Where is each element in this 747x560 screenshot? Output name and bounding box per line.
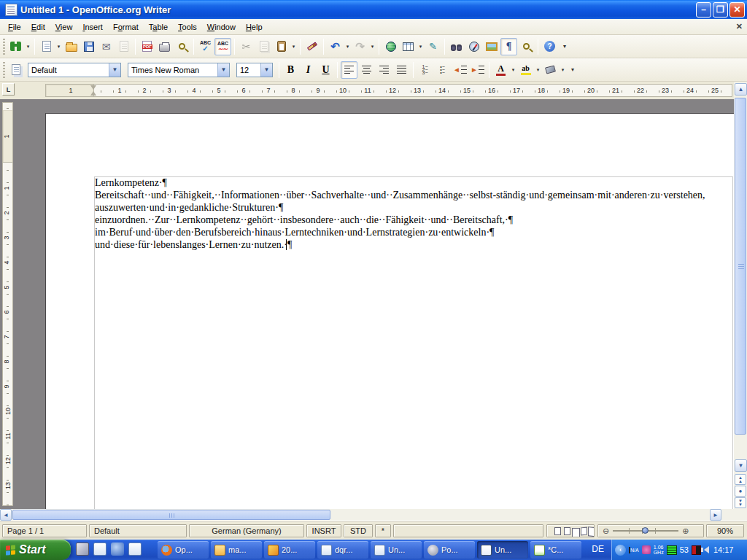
font-name-combo[interactable]: Times New Roman ▼ — [128, 63, 230, 77]
toolbar-grip[interactable] — [3, 39, 5, 55]
decrease-indent-icon[interactable]: ◄ — [452, 61, 468, 79]
close-button[interactable]: ✕ — [729, 2, 745, 18]
zoom-icon[interactable] — [518, 38, 535, 55]
help-icon[interactable]: ? — [541, 38, 558, 55]
bold-icon[interactable]: B — [282, 61, 299, 79]
paragraph-style-combo[interactable]: Default ▼ — [28, 63, 121, 77]
zoom-slider-thumb[interactable] — [642, 527, 649, 534]
status-modified-flag[interactable]: * — [375, 524, 391, 537]
language-indicator[interactable]: DE — [592, 544, 604, 554]
print-icon[interactable] — [156, 38, 173, 55]
cpu-tray-icon[interactable] — [642, 545, 651, 554]
multi-page-view-icon[interactable] — [564, 527, 570, 535]
numbered-list-icon[interactable]: 1−2−3− — [417, 61, 433, 79]
taskbar-task[interactable]: *C... — [530, 541, 581, 559]
zoom-in-icon[interactable]: ⊕ — [682, 526, 689, 536]
open-icon[interactable] — [63, 38, 80, 55]
status-page-number[interactable]: Page 1 / 1 — [2, 524, 87, 537]
toolbar-grip[interactable] — [3, 62, 5, 78]
menu-format[interactable]: Format — [108, 20, 144, 34]
find-dropdown-icon[interactable]: ▾ — [25, 38, 31, 55]
cut-icon[interactable]: ✂ — [238, 38, 255, 55]
copy-icon[interactable] — [255, 38, 272, 55]
taskbar-task[interactable]: dqr... — [317, 541, 368, 559]
find-toolbar-icon[interactable] — [7, 38, 24, 55]
meter-tray-icon[interactable] — [667, 545, 677, 555]
red-tray-icon[interactable] — [692, 545, 701, 555]
find-replace-icon[interactable] — [448, 38, 465, 55]
show-desktop-icon[interactable] — [76, 542, 89, 556]
hyperlink-icon[interactable] — [382, 38, 399, 55]
text-line[interactable]: und·diese·für·lebenslanges·Lernen·zu·nut… — [95, 239, 732, 252]
scroll-up-icon[interactable]: ▲ — [735, 83, 747, 96]
save-icon[interactable] — [80, 38, 97, 55]
menu-tools[interactable]: Tools — [173, 20, 202, 34]
status-selection-mode[interactable]: STD — [344, 524, 373, 537]
scroll-left-icon[interactable]: ◄ — [0, 509, 12, 521]
menu-table[interactable]: Table — [144, 20, 173, 34]
font-size-combo[interactable]: 12 ▼ — [236, 63, 273, 77]
start-button[interactable]: Start — [0, 540, 71, 560]
status-language[interactable]: German (Germany) — [189, 524, 304, 537]
gallery-icon[interactable] — [483, 38, 500, 55]
vertical-scroll-thumb[interactable] — [735, 98, 746, 435]
redo-icon[interactable]: ↷ — [352, 38, 368, 55]
text-line[interactable]: einzuordnen.··Zur··Lernkompetenz··gehört… — [95, 214, 732, 227]
bullet-list-icon[interactable]: •−•−•− — [434, 61, 451, 79]
highlighting-icon[interactable]: ab — [517, 61, 534, 79]
status-insert-mode[interactable]: INSRT — [306, 524, 341, 537]
document-text[interactable]: Lernkompetenz·¶Bereitschaft··und··Fähigk… — [95, 177, 732, 252]
h-ruler[interactable]: 1 12345678910111213141516171819202122232… — [45, 84, 732, 97]
page-preview-icon[interactable] — [174, 38, 190, 55]
redo-dropdown-icon[interactable]: ▾ — [369, 38, 376, 55]
font-dropdown-icon[interactable]: ▼ — [217, 63, 229, 77]
vertical-scrollbar[interactable]: ▲ ▼ ▲▲ ● ▼▼ — [734, 82, 747, 521]
status-view-layout[interactable] — [546, 524, 595, 537]
paste-dropdown-icon[interactable]: ▾ — [290, 38, 297, 55]
status-page-style[interactable]: Default — [89, 524, 187, 537]
horizontal-scrollbar[interactable]: ◄ ► — [0, 509, 734, 521]
font-color-icon[interactable]: A — [492, 61, 509, 79]
menu-insert[interactable]: Insert — [77, 20, 108, 34]
size-dropdown-icon[interactable]: ▼ — [260, 63, 272, 77]
document-close-icon[interactable]: ✕ — [736, 22, 743, 31]
text-line[interactable]: auszuwerten·und·in·gedankliche·Strukture… — [95, 202, 732, 214]
page[interactable]: Lernkompetenz·¶Bereitschaft··und··Fähigk… — [45, 113, 734, 509]
toolbar-overflow-icon[interactable]: ▾ — [560, 43, 569, 50]
undo-dropdown-icon[interactable]: ▾ — [344, 38, 351, 55]
tab-type-selector[interactable]: L — [2, 83, 15, 96]
styles-window-icon[interactable] — [7, 61, 24, 79]
align-center-icon[interactable] — [358, 61, 375, 79]
new-dropdown-icon[interactable]: ▾ — [55, 38, 62, 55]
next-page-icon[interactable]: ▼▼ — [735, 497, 746, 508]
increase-indent-icon[interactable]: ► — [469, 61, 486, 79]
edit-file-icon[interactable] — [115, 38, 132, 55]
zoom-slider-track[interactable] — [613, 530, 678, 532]
scroll-right-icon[interactable]: ► — [710, 509, 721, 521]
undo-icon[interactable]: ↶ — [327, 38, 344, 55]
table-icon[interactable] — [400, 38, 417, 55]
menu-window[interactable]: Window — [202, 20, 241, 34]
book-view-icon[interactable] — [581, 526, 587, 535]
taskbar-task[interactable]: Op... — [158, 541, 209, 559]
previous-page-icon[interactable]: ▲▲ — [735, 474, 746, 485]
zoom-slider[interactable]: ⊖ ⊕ — [597, 524, 704, 537]
menu-help[interactable]: Help — [241, 20, 268, 34]
document-area[interactable]: Lernkompetenz·¶Bereitschaft··und··Fähigk… — [0, 99, 734, 509]
taskbar-task[interactable]: Po... — [424, 541, 475, 559]
volume-icon[interactable] — [704, 546, 709, 553]
background-color-dropdown-icon[interactable]: ▾ — [560, 61, 566, 79]
export-pdf-icon[interactable] — [139, 38, 155, 55]
navigator-icon[interactable] — [465, 38, 482, 55]
menu-file[interactable]: File — [3, 20, 26, 34]
table-dropdown-icon[interactable]: ▾ — [417, 38, 424, 55]
minimize-button[interactable]: – — [696, 2, 711, 18]
autospellcheck-icon[interactable]: ABC∼∼ — [214, 38, 231, 55]
style-dropdown-icon[interactable]: ▼ — [109, 63, 120, 77]
restore-button[interactable]: ❐ — [713, 2, 728, 18]
toolbar-overflow-icon[interactable]: ▾ — [568, 66, 577, 73]
underline-icon[interactable]: U — [317, 61, 334, 79]
status-zoom-level[interactable]: 90% — [706, 524, 744, 537]
align-justify-icon[interactable] — [393, 61, 410, 79]
zoom-out-icon[interactable]: ⊖ — [603, 526, 609, 536]
